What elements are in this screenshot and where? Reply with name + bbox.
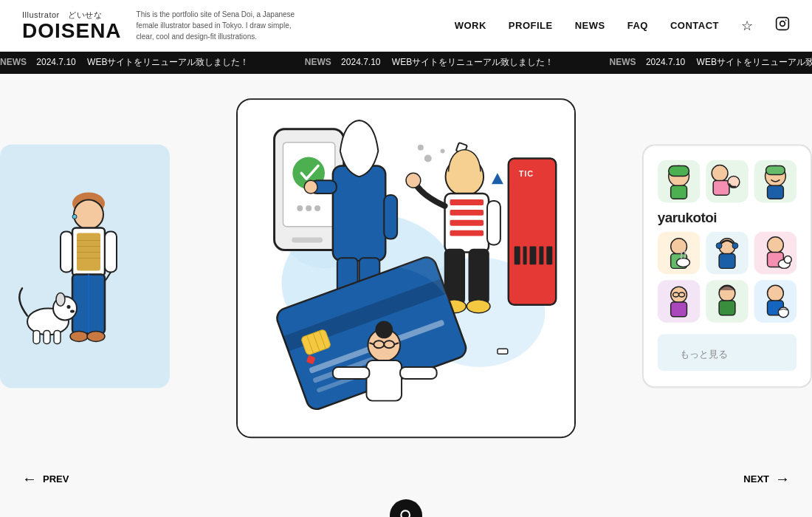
svg-point-22 xyxy=(67,305,71,309)
svg-point-120 xyxy=(784,256,791,264)
svg-rect-97 xyxy=(671,185,687,199)
svg-rect-100 xyxy=(713,180,729,195)
nav-profile[interactable]: PROFILE xyxy=(509,20,553,31)
right-illustration: yarukotoi xyxy=(643,144,811,388)
carousel-card-left[interactable] xyxy=(0,144,170,388)
svg-point-117 xyxy=(768,237,784,253)
svg-rect-56 xyxy=(523,246,527,264)
svg-rect-53 xyxy=(509,159,556,305)
center-illustration: TIC xyxy=(238,98,574,438)
svg-rect-67 xyxy=(487,201,500,244)
svg-rect-55 xyxy=(515,246,520,264)
svg-rect-90 xyxy=(400,367,437,379)
svg-point-35 xyxy=(306,205,312,211)
svg-point-23 xyxy=(70,309,75,312)
carousel-card-center[interactable]: TIC xyxy=(236,98,576,438)
svg-rect-69 xyxy=(469,249,489,304)
svg-rect-92 xyxy=(498,349,508,354)
svg-rect-65 xyxy=(450,230,484,236)
svg-rect-115 xyxy=(719,254,735,269)
svg-rect-25 xyxy=(44,330,50,343)
svg-point-113 xyxy=(716,243,722,249)
svg-rect-24 xyxy=(33,330,40,343)
prev-button[interactable]: ← PREV xyxy=(22,470,69,487)
svg-rect-0 xyxy=(777,18,789,30)
left-illustration xyxy=(0,144,170,388)
svg-text:yarukotoi: yarukotoi xyxy=(658,210,717,225)
svg-point-43 xyxy=(418,145,424,151)
prev-label: PREV xyxy=(43,473,69,485)
svg-rect-104 xyxy=(766,166,785,175)
svg-rect-59 xyxy=(546,246,552,264)
svg-point-21 xyxy=(56,292,65,306)
svg-rect-64 xyxy=(450,220,484,226)
svg-rect-125 xyxy=(671,302,687,317)
svg-rect-47 xyxy=(384,195,397,239)
svg-rect-26 xyxy=(54,330,61,343)
svg-point-18 xyxy=(87,331,105,341)
logo-desc-group: Illustrator どいせな DOISENA This is the por… xyxy=(22,9,306,42)
svg-point-36 xyxy=(314,205,320,211)
instagram-icon[interactable] xyxy=(775,16,790,35)
ticker-inner: NEWS 2024.7.10 WEBサイトをリニューアル致しました！ NEWS … xyxy=(0,56,812,69)
svg-rect-58 xyxy=(539,246,543,264)
svg-rect-88 xyxy=(366,360,402,401)
search-icon xyxy=(399,508,413,517)
svg-text:TIC: TIC xyxy=(519,169,534,178)
svg-rect-89 xyxy=(333,367,370,379)
svg-point-66 xyxy=(406,173,421,188)
svg-point-42 xyxy=(441,149,445,154)
next-button[interactable]: NEXT → xyxy=(743,470,790,487)
ticker-item-1: NEWS 2024.7.10 WEBサイトをリニューアル致しました！ xyxy=(0,57,261,67)
svg-point-87 xyxy=(375,321,393,339)
news-ticker: NEWS 2024.7.10 WEBサイトをリニューアル致しました！ NEWS … xyxy=(0,52,812,74)
svg-point-34 xyxy=(297,205,303,211)
svg-point-71 xyxy=(467,300,490,313)
main-nav: WORK PROFILE NEWS FAQ CONTACT ☆ xyxy=(455,16,790,35)
svg-rect-105 xyxy=(768,185,784,199)
svg-point-99 xyxy=(712,165,728,182)
arrow-right-icon: → xyxy=(775,470,790,487)
svg-point-135 xyxy=(401,510,410,517)
svg-point-46 xyxy=(304,180,317,194)
nav-news[interactable]: NEWS xyxy=(575,20,605,31)
carousel-card-right[interactable]: yarukotoi xyxy=(642,144,812,388)
svg-rect-44 xyxy=(333,165,385,261)
nav-work[interactable]: WORK xyxy=(455,20,486,31)
svg-rect-57 xyxy=(530,246,537,264)
bookmark-icon[interactable]: ☆ xyxy=(741,18,753,34)
svg-point-1 xyxy=(780,21,785,27)
svg-point-5 xyxy=(74,199,103,229)
ticker-item-3: NEWS 2024.7.10 WEBサイトをリニューアル致しました！ xyxy=(610,57,812,67)
next-label: NEXT xyxy=(743,473,769,485)
svg-point-17 xyxy=(70,331,88,341)
carousel: TIC xyxy=(0,74,812,517)
site-header: Illustrator どいせな DOISENA This is the por… xyxy=(0,0,812,52)
arrow-left-icon: ← xyxy=(22,470,37,487)
svg-point-6 xyxy=(72,214,77,219)
logo-area: Illustrator どいせな DOISENA xyxy=(22,10,122,41)
svg-point-114 xyxy=(732,243,738,249)
svg-point-41 xyxy=(424,155,432,162)
svg-rect-96 xyxy=(669,166,689,177)
svg-rect-62 xyxy=(450,199,484,205)
nav-faq[interactable]: FAQ xyxy=(627,20,648,31)
svg-rect-63 xyxy=(450,210,484,216)
svg-text:もっと見る: もっと見る xyxy=(680,349,728,360)
main-content: TIC xyxy=(0,74,812,517)
nav-contact[interactable]: CONTACT xyxy=(670,20,719,31)
ticker-item-2: NEWS 2024.7.10 WEBサイトをリニューアル致しました！ xyxy=(305,57,565,67)
svg-point-108 xyxy=(671,239,687,255)
svg-rect-37 xyxy=(292,238,323,243)
svg-point-2 xyxy=(785,20,787,21)
svg-rect-14 xyxy=(105,231,117,272)
svg-point-110 xyxy=(677,258,690,267)
logo-main-text[interactable]: DOISENA xyxy=(22,21,122,41)
svg-rect-128 xyxy=(719,301,735,315)
svg-rect-13 xyxy=(61,231,72,272)
site-description: This is the portfolio site of Sena Doi, … xyxy=(137,9,306,42)
svg-point-130 xyxy=(768,285,784,301)
